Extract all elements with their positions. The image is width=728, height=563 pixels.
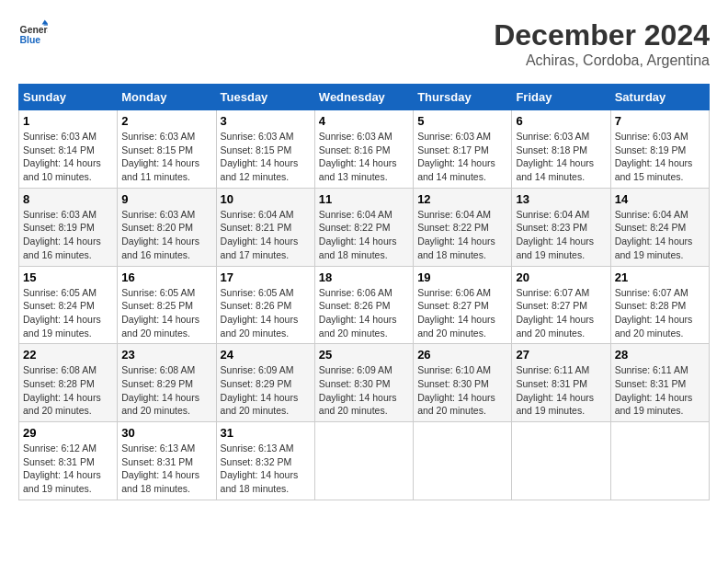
calendar-cell: 2 Sunrise: 6:03 AM Sunset: 8:15 PM Dayli… <box>118 110 216 189</box>
calendar-cell: 15 Sunrise: 6:05 AM Sunset: 8:24 PM Dayl… <box>19 266 118 344</box>
calendar-cell: 11 Sunrise: 6:04 AM Sunset: 8:22 PM Dayl… <box>314 188 413 266</box>
day-info: Sunrise: 6:04 AM Sunset: 8:22 PM Dayligh… <box>417 208 507 262</box>
page-header: General Blue December 2024 Achiras, Cord… <box>18 18 710 69</box>
calendar-cell: 7 Sunrise: 6:03 AM Sunset: 8:19 PM Dayli… <box>610 110 709 189</box>
calendar-week-row: 15 Sunrise: 6:05 AM Sunset: 8:24 PM Dayl… <box>19 266 710 344</box>
calendar-cell <box>512 422 610 500</box>
title-block: December 2024 Achiras, Cordoba, Argentin… <box>494 18 710 69</box>
day-number: 29 <box>23 426 113 440</box>
day-info: Sunrise: 6:04 AM Sunset: 8:21 PM Dayligh… <box>221 208 311 262</box>
day-info: Sunrise: 6:03 AM Sunset: 8:16 PM Dayligh… <box>319 130 409 184</box>
header-thursday: Thursday <box>414 85 512 110</box>
calendar-cell: 16 Sunrise: 6:05 AM Sunset: 8:25 PM Dayl… <box>118 266 216 344</box>
day-info: Sunrise: 6:11 AM Sunset: 8:31 PM Dayligh… <box>516 363 606 418</box>
calendar-cell: 5 Sunrise: 6:03 AM Sunset: 8:17 PM Dayli… <box>414 110 512 189</box>
calendar-header-row: SundayMondayTuesdayWednesdayThursdayFrid… <box>19 85 710 110</box>
day-number: 10 <box>221 192 311 206</box>
calendar-week-row: 29 Sunrise: 6:12 AM Sunset: 8:31 PM Dayl… <box>19 422 710 500</box>
day-info: Sunrise: 6:06 AM Sunset: 8:26 PM Dayligh… <box>319 286 409 340</box>
day-info: Sunrise: 6:09 AM Sunset: 8:29 PM Dayligh… <box>221 363 311 418</box>
day-number: 28 <box>615 348 705 362</box>
calendar-cell <box>414 422 512 500</box>
day-info: Sunrise: 6:10 AM Sunset: 8:30 PM Dayligh… <box>417 363 507 418</box>
calendar-cell: 17 Sunrise: 6:05 AM Sunset: 8:26 PM Dayl… <box>216 266 314 344</box>
day-info: Sunrise: 6:04 AM Sunset: 8:23 PM Dayligh… <box>516 208 606 262</box>
day-info: Sunrise: 6:05 AM Sunset: 8:26 PM Dayligh… <box>221 286 311 340</box>
calendar-cell <box>314 422 413 500</box>
day-info: Sunrise: 6:06 AM Sunset: 8:27 PM Dayligh… <box>417 286 507 340</box>
day-info: Sunrise: 6:03 AM Sunset: 8:20 PM Dayligh… <box>121 208 211 262</box>
header-friday: Friday <box>512 85 610 110</box>
day-number: 3 <box>221 114 311 128</box>
day-info: Sunrise: 6:05 AM Sunset: 8:24 PM Dayligh… <box>23 286 113 340</box>
calendar-cell: 21 Sunrise: 6:07 AM Sunset: 8:28 PM Dayl… <box>610 266 709 344</box>
calendar-cell: 23 Sunrise: 6:08 AM Sunset: 8:29 PM Dayl… <box>118 344 216 422</box>
svg-text:Blue: Blue <box>20 35 41 45</box>
day-info: Sunrise: 6:03 AM Sunset: 8:19 PM Dayligh… <box>23 208 113 262</box>
day-number: 17 <box>221 270 311 284</box>
calendar-cell: 13 Sunrise: 6:04 AM Sunset: 8:23 PM Dayl… <box>512 188 610 266</box>
day-number: 14 <box>615 192 705 206</box>
day-number: 15 <box>23 270 113 284</box>
day-number: 6 <box>516 114 606 128</box>
day-number: 30 <box>121 426 211 440</box>
calendar-cell: 4 Sunrise: 6:03 AM Sunset: 8:16 PM Dayli… <box>314 110 413 189</box>
day-info: Sunrise: 6:03 AM Sunset: 8:15 PM Dayligh… <box>221 130 311 184</box>
calendar-cell: 22 Sunrise: 6:08 AM Sunset: 8:28 PM Dayl… <box>19 344 118 422</box>
day-number: 11 <box>319 192 409 206</box>
calendar-cell: 29 Sunrise: 6:12 AM Sunset: 8:31 PM Dayl… <box>19 422 118 500</box>
calendar-cell: 31 Sunrise: 6:13 AM Sunset: 8:32 PM Dayl… <box>216 422 314 500</box>
calendar-cell: 18 Sunrise: 6:06 AM Sunset: 8:26 PM Dayl… <box>314 266 413 344</box>
day-info: Sunrise: 6:11 AM Sunset: 8:31 PM Dayligh… <box>615 363 705 418</box>
header-wednesday: Wednesday <box>314 85 413 110</box>
calendar-cell: 24 Sunrise: 6:09 AM Sunset: 8:29 PM Dayl… <box>216 344 314 422</box>
header-sunday: Sunday <box>19 85 118 110</box>
calendar-cell: 25 Sunrise: 6:09 AM Sunset: 8:30 PM Dayl… <box>314 344 413 422</box>
calendar-table: SundayMondayTuesdayWednesdayThursdayFrid… <box>18 84 710 500</box>
day-info: Sunrise: 6:03 AM Sunset: 8:17 PM Dayligh… <box>417 130 507 184</box>
calendar-cell: 19 Sunrise: 6:06 AM Sunset: 8:27 PM Dayl… <box>414 266 512 344</box>
day-number: 19 <box>417 270 507 284</box>
day-number: 23 <box>121 348 211 362</box>
header-tuesday: Tuesday <box>216 85 314 110</box>
calendar-cell: 1 Sunrise: 6:03 AM Sunset: 8:14 PM Dayli… <box>19 110 118 189</box>
calendar-week-row: 8 Sunrise: 6:03 AM Sunset: 8:19 PM Dayli… <box>19 188 710 266</box>
day-info: Sunrise: 6:04 AM Sunset: 8:24 PM Dayligh… <box>615 208 705 262</box>
calendar-week-row: 22 Sunrise: 6:08 AM Sunset: 8:28 PM Dayl… <box>19 344 710 422</box>
calendar-cell: 9 Sunrise: 6:03 AM Sunset: 8:20 PM Dayli… <box>118 188 216 266</box>
calendar-cell: 14 Sunrise: 6:04 AM Sunset: 8:24 PM Dayl… <box>610 188 709 266</box>
logo-icon: General Blue <box>18 18 48 48</box>
day-info: Sunrise: 6:07 AM Sunset: 8:27 PM Dayligh… <box>516 286 606 340</box>
day-number: 2 <box>121 114 211 128</box>
calendar-cell: 12 Sunrise: 6:04 AM Sunset: 8:22 PM Dayl… <box>414 188 512 266</box>
day-number: 25 <box>319 348 409 362</box>
calendar-cell: 27 Sunrise: 6:11 AM Sunset: 8:31 PM Dayl… <box>512 344 610 422</box>
day-number: 7 <box>615 114 705 128</box>
day-info: Sunrise: 6:08 AM Sunset: 8:28 PM Dayligh… <box>23 363 113 418</box>
calendar-cell: 3 Sunrise: 6:03 AM Sunset: 8:15 PM Dayli… <box>216 110 314 189</box>
day-info: Sunrise: 6:03 AM Sunset: 8:15 PM Dayligh… <box>121 130 211 184</box>
day-number: 16 <box>121 270 211 284</box>
day-info: Sunrise: 6:03 AM Sunset: 8:19 PM Dayligh… <box>615 130 705 184</box>
page-subtitle: Achiras, Cordoba, Argentina <box>494 52 710 69</box>
page-title: December 2024 <box>494 18 710 52</box>
svg-text:General: General <box>20 25 48 35</box>
calendar-cell: 30 Sunrise: 6:13 AM Sunset: 8:31 PM Dayl… <box>118 422 216 500</box>
day-number: 21 <box>615 270 705 284</box>
day-number: 4 <box>319 114 409 128</box>
day-number: 27 <box>516 348 606 362</box>
day-info: Sunrise: 6:08 AM Sunset: 8:29 PM Dayligh… <box>121 363 211 418</box>
day-number: 5 <box>417 114 507 128</box>
day-info: Sunrise: 6:04 AM Sunset: 8:22 PM Dayligh… <box>319 208 409 262</box>
day-info: Sunrise: 6:12 AM Sunset: 8:31 PM Dayligh… <box>23 442 113 496</box>
calendar-cell: 8 Sunrise: 6:03 AM Sunset: 8:19 PM Dayli… <box>19 188 118 266</box>
day-info: Sunrise: 6:05 AM Sunset: 8:25 PM Dayligh… <box>121 286 211 340</box>
day-number: 8 <box>23 192 113 206</box>
logo: General Blue <box>18 18 48 48</box>
day-number: 13 <box>516 192 606 206</box>
day-number: 20 <box>516 270 606 284</box>
calendar-cell: 6 Sunrise: 6:03 AM Sunset: 8:18 PM Dayli… <box>512 110 610 189</box>
day-info: Sunrise: 6:13 AM Sunset: 8:31 PM Dayligh… <box>121 442 211 496</box>
calendar-cell: 28 Sunrise: 6:11 AM Sunset: 8:31 PM Dayl… <box>610 344 709 422</box>
day-info: Sunrise: 6:03 AM Sunset: 8:18 PM Dayligh… <box>516 130 606 184</box>
